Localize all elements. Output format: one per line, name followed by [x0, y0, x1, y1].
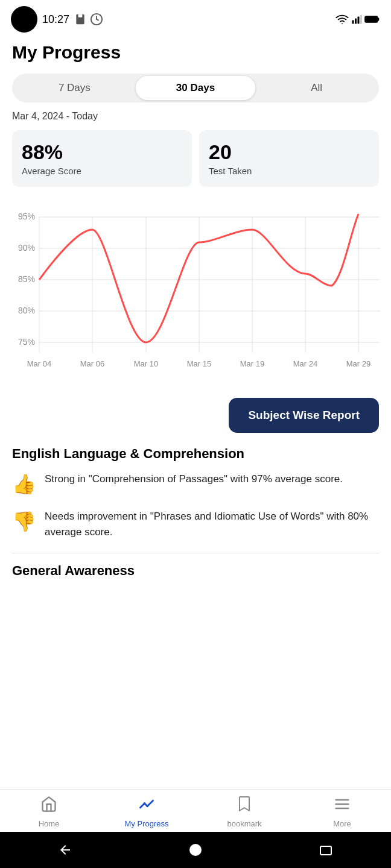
insight-positive: 👍 Strong in "Comprehension of Passages" …	[12, 471, 379, 495]
svg-text:Mar 29: Mar 29	[346, 359, 370, 368]
page-title: My Progress	[12, 42, 379, 63]
svg-text:Mar 19: Mar 19	[240, 359, 264, 368]
performance-chart: 95% 90% 85% 80% 75% Mar 04 Mar 06 Mar 10…	[6, 199, 385, 388]
svg-rect-3	[355, 19, 357, 24]
nav-progress[interactable]: My Progress	[98, 796, 196, 828]
stats-row: 88% Average Score 20 Test Taken	[12, 130, 379, 187]
bottom-nav: Home My Progress bookmark More	[0, 789, 391, 832]
average-score-value: 88%	[22, 141, 182, 163]
insight-positive-text: Strong in "Comprehension of Passages" wi…	[45, 471, 343, 487]
nav-more[interactable]: More	[293, 796, 391, 828]
date-range: Mar 4, 2024 - Today	[0, 111, 391, 130]
svg-point-38	[189, 844, 202, 856]
insight-negative-text: Needs improvement in "Phrases and Idioma…	[45, 509, 379, 539]
insight-negative: 👎 Needs improvement in "Phrases and Idio…	[12, 509, 379, 539]
tab-group: 7 Days 30 Days All	[12, 74, 379, 102]
home-button[interactable]	[185, 839, 206, 861]
thumbs-down-icon: 👎	[12, 510, 36, 533]
average-score-card: 88% Average Score	[12, 130, 192, 187]
english-section-title: English Language & Comprehension	[12, 446, 379, 462]
svg-text:Mar 04: Mar 04	[27, 359, 51, 368]
tab-30days[interactable]: 30 Days	[136, 76, 256, 100]
svg-text:90%: 90%	[18, 243, 35, 253]
tab-all[interactable]: All	[256, 76, 377, 100]
progress-label: My Progress	[125, 819, 169, 828]
general-awareness-title: General Awareness	[0, 563, 391, 579]
camera-notch	[11, 6, 37, 33]
tests-taken-card: 20 Test Taken	[199, 130, 379, 187]
chart-svg: 95% 90% 85% 80% 75% Mar 04 Mar 06 Mar 10…	[6, 199, 385, 386]
tab-7days[interactable]: 7 Days	[14, 76, 135, 100]
home-label: Home	[39, 819, 60, 828]
battery-icon	[364, 14, 380, 25]
wifi-icon	[335, 13, 349, 26]
svg-rect-2	[352, 20, 354, 24]
svg-text:75%: 75%	[18, 337, 35, 347]
svg-text:Mar 24: Mar 24	[293, 359, 317, 368]
svg-text:Mar 06: Mar 06	[80, 359, 104, 368]
svg-text:95%: 95%	[18, 212, 35, 221]
svg-text:Mar 10: Mar 10	[134, 359, 158, 368]
android-nav-bar	[0, 832, 391, 868]
nav-home[interactable]: Home	[0, 796, 98, 828]
bookmark-label: bookmark	[227, 819, 261, 828]
svg-rect-39	[320, 846, 331, 855]
svg-point-34	[146, 805, 148, 808]
more-icon	[334, 796, 351, 817]
signal-icon	[351, 14, 362, 25]
status-bar: 10:27	[0, 0, 391, 36]
nav-bookmark[interactable]: bookmark	[196, 796, 293, 828]
sd-card-icon	[74, 13, 86, 25]
section-divider	[12, 553, 379, 553]
average-score-label: Average Score	[22, 166, 182, 176]
svg-rect-8	[366, 17, 377, 22]
status-right-icons	[335, 13, 380, 26]
status-time: 10:27	[42, 13, 69, 26]
tests-taken-value: 20	[209, 141, 369, 163]
general-awareness-section: General Awareness	[0, 563, 391, 579]
tests-taken-label: Test Taken	[209, 166, 369, 176]
progress-icon	[138, 796, 155, 817]
subject-wise-report-button[interactable]: Subject Wise Report	[229, 398, 379, 433]
svg-text:80%: 80%	[18, 306, 35, 315]
svg-text:85%: 85%	[18, 274, 35, 284]
svg-point-33	[144, 802, 146, 805]
home-icon	[40, 796, 57, 817]
bookmark-icon	[237, 796, 252, 817]
page-header: My Progress	[0, 36, 391, 74]
svg-rect-7	[378, 17, 380, 20]
back-button[interactable]	[54, 839, 76, 861]
clock-icon	[90, 13, 103, 26]
report-button-container: Subject Wise Report	[0, 398, 391, 446]
svg-rect-4	[358, 17, 360, 24]
more-label: More	[333, 819, 351, 828]
svg-rect-5	[360, 15, 362, 24]
recents-button[interactable]	[315, 839, 337, 861]
thumbs-up-icon: 👍	[12, 473, 36, 495]
english-section: English Language & Comprehension 👍 Stron…	[0, 446, 391, 539]
svg-text:Mar 15: Mar 15	[187, 359, 211, 368]
status-mid-icons	[74, 13, 103, 26]
